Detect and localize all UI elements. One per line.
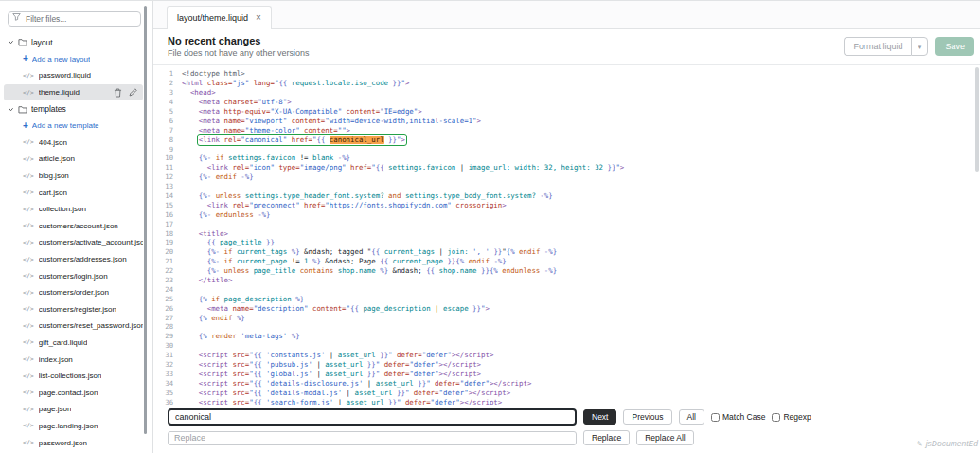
code-editor[interactable]: 1<!doctype html>2<html class="js" lang="… bbox=[153, 65, 980, 453]
code-line-34[interactable]: 34 <script src="{{ 'details-disclosure.j… bbox=[153, 378, 980, 388]
regexp-label: Regexp bbox=[783, 412, 811, 422]
find-previous-button[interactable]: Previous bbox=[623, 409, 671, 425]
code-line-21[interactable]: 21 {%- if current_page != 1 %} &ndash; P… bbox=[153, 257, 980, 266]
code-line-33[interactable]: 33 <script src="{{ 'global.js' | asset_u… bbox=[153, 370, 980, 379]
match-case-checkbox[interactable]: Match Case bbox=[711, 412, 765, 422]
code-line-5[interactable]: 5 <meta http-equiv="X-UA-Compatible" con… bbox=[153, 107, 980, 117]
code-line-11[interactable]: 11 <link rel="icon" type="image/png" hre… bbox=[153, 163, 980, 172]
code-line-29[interactable]: 29 {% render 'meta-tags' %} bbox=[153, 332, 980, 341]
file-item-index-json[interactable]: </>index.json bbox=[4, 351, 143, 368]
code-line-19[interactable]: 19 {{ page_title }} bbox=[153, 238, 980, 247]
code-line-26[interactable]: 26 <meta name="description" content="{{ … bbox=[153, 303, 980, 313]
watermark-text: jsDocumentEd bbox=[926, 439, 978, 448]
file-label: customers/reset_password.json bbox=[39, 321, 143, 330]
code-line-14[interactable]: 14 {%- unless settings.type_header_font.… bbox=[153, 191, 980, 201]
line-number: 32 bbox=[153, 360, 182, 369]
sidebar-scrollbar[interactable] bbox=[144, 6, 147, 434]
file-item-customers-account-json[interactable]: </>customers/account.json bbox=[4, 218, 143, 235]
file-label: customers/addresses.json bbox=[39, 255, 127, 263]
line-number: 30 bbox=[153, 341, 182, 350]
tab-layout-theme-liquid[interactable]: layout/theme.liquid × bbox=[167, 6, 272, 29]
find-all-button[interactable]: All bbox=[679, 409, 704, 425]
code-line-6[interactable]: 6 <meta name="viewport" content="width=d… bbox=[153, 116, 980, 125]
add-button-add-a-new-template[interactable]: +Add a new template bbox=[4, 118, 143, 135]
code-line-24[interactable]: 24 bbox=[153, 284, 980, 294]
plus-icon: + bbox=[23, 121, 28, 131]
code-line-16[interactable]: 16 {%- endunless -%} bbox=[153, 209, 980, 219]
regexp-checkbox-input[interactable] bbox=[772, 413, 780, 422]
delete-file-icon[interactable] bbox=[114, 88, 122, 98]
find-input[interactable] bbox=[168, 408, 577, 426]
file-label: templates bbox=[31, 104, 66, 114]
file-item-customers-order-json[interactable]: </>customers/order.json bbox=[4, 284, 143, 301]
code-line-13[interactable]: 13 bbox=[153, 182, 980, 191]
code-line-3[interactable]: 3 <head> bbox=[153, 88, 980, 98]
line-number: 12 bbox=[153, 172, 182, 181]
code-line-23[interactable]: 23 </title> bbox=[153, 276, 980, 285]
code-line-35[interactable]: 35 <script src="{{ 'details-modal.js' | … bbox=[153, 388, 980, 397]
file-item-customers-addresses-json[interactable]: </>customers/addresses.json bbox=[4, 251, 143, 268]
file-item-theme-liquid[interactable]: </>theme.liquid bbox=[4, 84, 143, 101]
file-item-article-json[interactable]: </>article.json bbox=[4, 151, 143, 168]
code-line-1[interactable]: 1<!doctype html> bbox=[153, 69, 980, 79]
format-liquid-dropdown-button[interactable]: ▾ bbox=[911, 37, 928, 56]
replace-all-button[interactable]: Replace All bbox=[636, 430, 694, 445]
code-line-7[interactable]: 7 <meta name="theme-color" content=""> bbox=[153, 125, 980, 135]
code-line-4[interactable]: 4 <meta charset="utf-8"> bbox=[153, 98, 980, 107]
file-item-404-json[interactable]: </>404.json bbox=[4, 135, 143, 152]
code-line-20[interactable]: 20 {%- if current_tags %} &ndash; tagged… bbox=[153, 247, 980, 257]
file-label: customers/activate_account.json bbox=[39, 238, 143, 246]
code-line-31[interactable]: 31 <script src="{{ 'constants.js' | asse… bbox=[153, 351, 980, 360]
regexp-checkbox[interactable]: Regexp bbox=[772, 412, 811, 422]
rename-file-icon[interactable] bbox=[129, 88, 137, 97]
code-line-15[interactable]: 15 <link rel="preconnect" href="https://… bbox=[153, 200, 980, 209]
line-number: 7 bbox=[153, 126, 182, 135]
code-line-18[interactable]: 18 <title> bbox=[153, 228, 980, 238]
file-item-blog-json[interactable]: </>blog.json bbox=[4, 168, 143, 185]
folder-layout[interactable]: layout bbox=[4, 34, 143, 51]
add-button-add-a-new-layout[interactable]: +Add a new layout bbox=[4, 51, 143, 68]
code-line-10[interactable]: 10 {%- if settings.favicon != blank -%} bbox=[153, 154, 980, 163]
file-item-cart-json[interactable]: </>cart.json bbox=[4, 184, 143, 201]
file-item-gift-card-liquid[interactable]: </>gift_card.liquid bbox=[4, 335, 143, 352]
file-item-password-json[interactable]: </>password.json bbox=[4, 434, 143, 451]
find-next-button[interactable]: Next bbox=[583, 409, 616, 425]
file-item-page-landing-json[interactable]: </>page.landing.json bbox=[4, 418, 143, 435]
code-line-9[interactable]: 9 bbox=[153, 144, 980, 154]
format-liquid-button[interactable]: Format liquid bbox=[844, 37, 911, 56]
folder-icon bbox=[18, 105, 27, 114]
code-line-12[interactable]: 12 {%- endif -%} bbox=[153, 172, 980, 182]
tab-close-icon[interactable]: × bbox=[256, 13, 261, 23]
code-line-17[interactable]: 17 bbox=[153, 219, 980, 228]
code-line-28[interactable]: 28 bbox=[153, 322, 980, 332]
match-case-checkbox-input[interactable] bbox=[711, 413, 720, 422]
chevron-down-icon: ▾ bbox=[918, 44, 922, 50]
file-item-page-json[interactable]: </>page.json bbox=[4, 401, 143, 418]
line-number: 25 bbox=[153, 295, 182, 303]
editor-scrollbar[interactable] bbox=[975, 67, 979, 172]
filter-icon bbox=[12, 12, 21, 21]
file-item-collection-json[interactable]: </>collection.json bbox=[4, 201, 143, 218]
filter-files-input[interactable] bbox=[8, 11, 141, 27]
file-item-password-liquid[interactable]: </>password.liquid bbox=[4, 67, 143, 84]
file-item-customers-register-json[interactable]: </>customers/register.json bbox=[4, 301, 143, 318]
code-line-27[interactable]: 27 {% endif %} bbox=[153, 313, 980, 322]
file-item-customers-reset-password-json[interactable]: </>customers/reset_password.json bbox=[4, 317, 143, 335]
code-line-22[interactable]: 22 {%- unless page_title contains shop.n… bbox=[153, 266, 980, 276]
line-number: 22 bbox=[153, 266, 182, 275]
code-line-25[interactable]: 25 {% if page_description %} bbox=[153, 294, 980, 303]
replace-button[interactable]: Replace bbox=[583, 430, 630, 445]
file-item-customers-activate-account-json[interactable]: </>customers/activate_account.json bbox=[4, 234, 143, 251]
code-file-icon: </> bbox=[23, 338, 34, 346]
code-line-8[interactable]: 8 <link rel="canonical" href="{{ canonic… bbox=[153, 135, 980, 144]
save-button[interactable]: Save bbox=[935, 37, 974, 56]
code-line-2[interactable]: 2<html class="js" lang="{{ request.local… bbox=[153, 79, 980, 88]
folder-templates[interactable]: templates bbox=[4, 100, 143, 118]
file-item-page-contact-json[interactable]: </>page.contact.json bbox=[4, 384, 143, 401]
code-line-32[interactable]: 32 <script src="{{ 'pubsub.js' | asset_u… bbox=[153, 360, 980, 370]
file-item-list-collections-json[interactable]: </>list-collections.json bbox=[4, 368, 143, 385]
code-line-30[interactable]: 30 bbox=[153, 341, 980, 351]
file-item-customers-login-json[interactable]: </>customers/login.json bbox=[4, 267, 143, 284]
replace-input[interactable] bbox=[168, 431, 577, 445]
code-file-icon: </> bbox=[23, 172, 34, 180]
